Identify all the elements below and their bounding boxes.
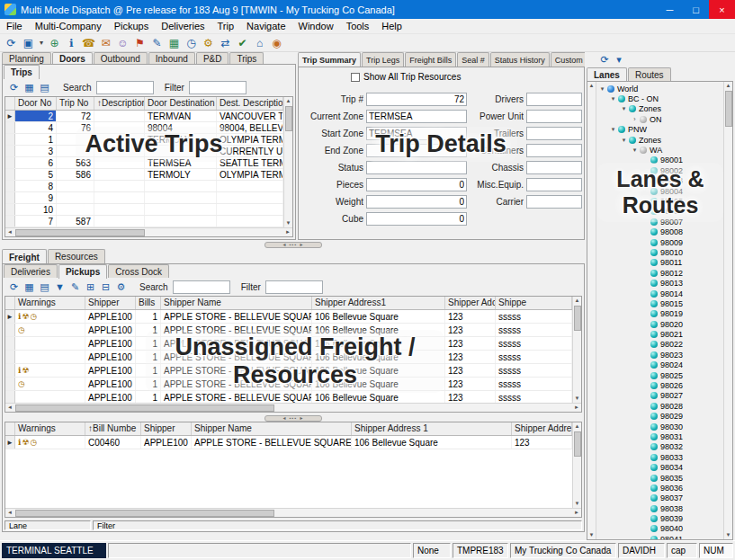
tree-node[interactable]: 98007: [596, 217, 723, 227]
bill-row[interactable]: ► ℹ☢◷ C00460 APPLE100 APPLE STORE - BELL…: [5, 436, 572, 449]
refresh-icon[interactable]: ⟳: [6, 280, 22, 294]
column-header[interactable]: Shipper: [141, 422, 192, 435]
tree-node[interactable]: ▾ World: [596, 84, 723, 93]
vertical-scrollbar[interactable]: ▲▼: [572, 297, 581, 403]
tree-node[interactable]: ▾ Zones: [596, 104, 723, 114]
globe-icon[interactable]: ⊕: [46, 35, 63, 50]
description-cell[interactable]: [94, 181, 145, 191]
tab[interactable]: Cross Dock: [108, 264, 169, 278]
menu-item[interactable]: File: [0, 19, 29, 33]
shipper-address2-cell[interactable]: 123: [445, 351, 496, 363]
refresh-icon[interactable]: ⟳: [3, 35, 20, 50]
bills-cell[interactable]: 1: [136, 378, 161, 390]
shipper-cell[interactable]: APPLE100: [85, 378, 136, 390]
tab[interactable]: Pickups: [58, 264, 107, 279]
horizontal-scrollbar[interactable]: ◄►: [5, 227, 292, 236]
tree-node[interactable]: 98008: [596, 227, 723, 236]
description-cell[interactable]: [94, 192, 145, 203]
freight-row[interactable]: ℹ☢ APPLE100 1 APPLE STORE - BELLEVUE SQU…: [5, 364, 572, 378]
freight-row[interactable]: ◷ APPLE100 1 APPLE STORE - BELLEVUE SQUA…: [5, 324, 572, 337]
freight-row[interactable]: APPLE100 1 APPLE STORE - BELLEVUE SQUARE…: [5, 337, 572, 351]
mail-icon[interactable]: ✉: [97, 35, 114, 50]
trip-row[interactable]: 5 586 TERMOLY OLYMPIA TERMIN: [5, 169, 283, 181]
door-no-cell[interactable]: 7: [15, 216, 57, 227]
column-header[interactable]: Shipper Address1: [312, 297, 445, 309]
columns-icon[interactable]: ▤: [37, 80, 52, 94]
door-destination-cell[interactable]: 98004: [145, 122, 217, 133]
dropdown-icon[interactable]: ▾: [37, 35, 46, 50]
horizontal-scrollbar[interactable]: ◄►: [5, 403, 581, 412]
tree-node[interactable]: ▾ Zones: [596, 135, 723, 145]
description-cell[interactable]: [94, 134, 145, 145]
description-cell[interactable]: [94, 111, 145, 121]
shipper-name-cell[interactable]: APPLE STORE - BELLEVUE SQUARE: [161, 391, 312, 403]
column-header[interactable]: Shipper: [85, 297, 136, 309]
tree-node[interactable]: 98010: [596, 247, 723, 257]
trip-no-cell[interactable]: [57, 192, 94, 203]
bill-number-cell[interactable]: C00460: [85, 436, 141, 449]
tree-node[interactable]: 98029: [596, 412, 723, 422]
refresh-icon[interactable]: ⟳: [597, 53, 612, 67]
column-header[interactable]: Shipper Name: [161, 297, 312, 309]
shipper-name-cell[interactable]: APPLE STORE - BELLEVUE SQUARE: [161, 351, 312, 363]
trip-no-cell[interactable]: 587: [57, 216, 94, 227]
shipper-address2-cell[interactable]: 123: [445, 310, 496, 323]
misc-equip-field[interactable]: [526, 178, 582, 191]
tree-node[interactable]: 98039: [596, 513, 723, 523]
tree-node[interactable]: 98004: [596, 186, 723, 196]
extra-cell[interactable]: sssss: [496, 391, 572, 403]
tree-node[interactable]: 98038: [596, 503, 723, 513]
tab[interactable]: Custom Defs: [551, 52, 585, 67]
door-destination-cell[interactable]: [145, 181, 217, 191]
tree-node[interactable]: 98009: [596, 237, 723, 247]
column-header[interactable]: Shippe: [496, 297, 572, 309]
filter-icon[interactable]: ▼: [52, 280, 67, 294]
shipper-cell[interactable]: APPLE100: [85, 351, 136, 363]
tree-node[interactable]: 98021: [596, 329, 723, 339]
chassis-field[interactable]: [526, 161, 582, 174]
description-cell[interactable]: [94, 122, 145, 133]
tree-node[interactable]: 98025: [596, 370, 723, 380]
dest-description-cell[interactable]: OLYMPIA TERMIN: [217, 134, 283, 145]
tree-node[interactable]: 98032: [596, 442, 723, 452]
tab[interactable]: Planning: [2, 52, 51, 64]
column-header[interactable]: ↑Bill Numbe: [85, 422, 141, 435]
shipper-address2-cell[interactable]: 123: [445, 391, 496, 403]
trip-no-cell[interactable]: 72: [57, 111, 94, 121]
shipper-address2-cell[interactable]: 123: [445, 364, 496, 377]
shipper-address-cell[interactable]: 106 Bellevue Square: [312, 351, 445, 363]
trip-row[interactable]: 10: [5, 204, 283, 216]
menu-item[interactable]: Pickups: [108, 19, 156, 33]
tree-node[interactable]: 98028: [596, 401, 723, 411]
tab[interactable]: Trip Legs: [362, 52, 404, 67]
tab[interactable]: Deliveries: [4, 264, 58, 278]
shipper-cell[interactable]: APPLE100: [85, 324, 136, 336]
shipper-address2-cell[interactable]: 123: [512, 436, 572, 449]
tree-node[interactable]: 98024: [596, 360, 723, 370]
tab[interactable]: Status History: [490, 52, 550, 67]
dest-description-cell[interactable]: [217, 204, 283, 215]
shipper-name-cell[interactable]: APPLE STORE - BELLEVUE SQUARE: [161, 337, 312, 350]
horizontal-scrollbar[interactable]: ◄►: [5, 508, 581, 517]
extra-cell[interactable]: sssss: [496, 310, 572, 323]
shipper-cell[interactable]: APPLE100: [141, 436, 192, 449]
trip-no-cell[interactable]: [57, 134, 94, 145]
tab[interactable]: P&D: [196, 52, 229, 64]
shipper-address-cell[interactable]: 106 Bellevue Square: [352, 436, 512, 449]
freight-splitter[interactable]: [3, 414, 584, 422]
clock-icon[interactable]: ◷: [183, 35, 200, 50]
show-all-trip-resources-checkbox[interactable]: [351, 73, 360, 82]
door-no-cell[interactable]: 3: [15, 146, 57, 156]
shipper-name-cell[interactable]: APPLE STORE - BELLEVUE SQUARE: [161, 364, 312, 377]
expand-arrow-icon[interactable]: ▾: [609, 95, 617, 102]
trip-row[interactable]: 6 563 TERMSEA SEATTLE TERMIN: [5, 157, 283, 169]
tree-node[interactable]: 98036: [596, 483, 723, 493]
dropdown-icon[interactable]: ▾: [612, 53, 626, 67]
trailers-field[interactable]: [526, 127, 582, 140]
tab[interactable]: Doors: [52, 52, 93, 64]
menu-item[interactable]: Navigate: [240, 19, 291, 33]
tab[interactable]: Lanes: [587, 67, 627, 81]
tab[interactable]: Routes: [628, 67, 671, 81]
filter-input[interactable]: [189, 81, 246, 94]
shipper-address-cell[interactable]: 106 Bellevue Square: [312, 378, 445, 390]
